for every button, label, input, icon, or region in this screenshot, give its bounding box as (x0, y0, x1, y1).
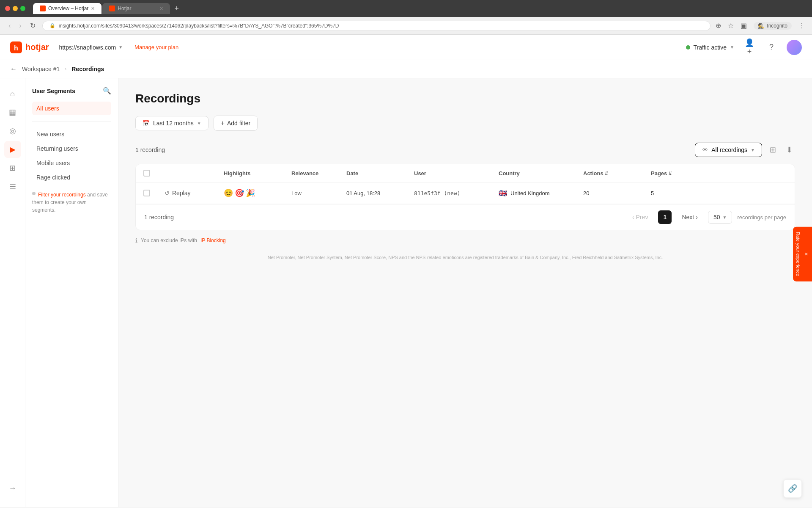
help-button[interactable]: ? (765, 41, 778, 54)
download-button[interactable]: ⬇ (784, 143, 795, 157)
sidebar-search-button[interactable]: 🔍 (103, 87, 111, 95)
row-country: 🇬🇧 United Kingdom (492, 189, 576, 197)
date-filter-button[interactable]: 📅 Last 12 months ▼ (135, 116, 208, 130)
minimize-dot[interactable] (13, 6, 18, 11)
tab-groups-button[interactable]: ▣ (741, 22, 747, 30)
row-pages-count: 5 (644, 189, 703, 197)
breadcrumb-separator: › (65, 66, 66, 72)
rate-experience-tab[interactable]: ✕ Rate your experience (793, 227, 812, 282)
hotjar-logo[interactable]: h hotjar (10, 41, 49, 53)
sidebar-item-mobile-users[interactable]: Mobile users (32, 156, 111, 170)
svg-text:h: h (14, 44, 18, 52)
tab1-close[interactable]: ✕ (91, 6, 95, 11)
maximize-dot[interactable] (20, 6, 25, 11)
content-area: Recordings 📅 Last 12 months ▼ + Add filt… (118, 78, 812, 507)
browser-chrome: Overview – Hotjar ✕ Hotjar ✕ + (0, 0, 812, 17)
per-page-value: 50 (713, 214, 720, 221)
close-dot[interactable] (5, 6, 10, 11)
address-bar[interactable]: 🔒 insights.hotjar.com/sites/3090413/work… (42, 21, 711, 31)
nav-home[interactable]: ⌂ (4, 85, 21, 102)
copy-link-button[interactable]: 🔗 (783, 479, 802, 498)
bookmark-button[interactable]: ☆ (728, 22, 734, 30)
filter-link[interactable]: Filter your recordings (38, 192, 86, 198)
plus-icon: + (221, 119, 225, 127)
ip-blocking-link[interactable]: IP Blocking (200, 237, 226, 243)
new-tab-button[interactable]: + (171, 3, 182, 14)
add-user-button[interactable]: 👤+ (743, 41, 756, 54)
address-actions: ⊕ ☆ ▣ 🕵 Incognito ⋮ (716, 22, 805, 30)
header-right: Traffic active ▼ 👤+ ? (686, 40, 802, 55)
nav-surveys[interactable]: ☰ (4, 178, 21, 195)
footer-count: 1 recording (144, 214, 174, 221)
sidebar-hint-dot (32, 192, 36, 195)
sidebar: User Segments 🔍 All users New users Retu… (25, 78, 118, 507)
add-filter-button[interactable]: + Add filter (214, 116, 258, 131)
table-view-button[interactable]: ⊞ (767, 143, 779, 157)
nav-dashboard[interactable]: ▦ (4, 104, 21, 121)
breadcrumb-bar: ← Workspace #1 › Recordings (0, 60, 812, 78)
menu-button[interactable]: ⋮ (798, 22, 805, 30)
nav-heatmaps[interactable]: ⊞ (4, 160, 21, 177)
back-button-breadcrumb[interactable]: ← (10, 65, 17, 73)
select-all-checkbox[interactable] (143, 170, 150, 177)
extensions-button[interactable]: ⊕ (716, 22, 721, 30)
back-button[interactable]: ‹ (7, 20, 12, 31)
all-recordings-dropdown[interactable]: 👁 All recordings ▼ (695, 143, 762, 157)
relevance-value: Low (291, 190, 302, 196)
pages-value: 5 (651, 190, 654, 196)
sidebar-divider (32, 121, 111, 121)
per-page-dropdown-icon: ▼ (722, 215, 727, 220)
country-flag: 🇬🇧 (499, 189, 507, 197)
all-recordings-dropdown-icon: ▼ (751, 148, 755, 152)
traffic-active-status[interactable]: Traffic active ▼ (686, 44, 735, 51)
prev-button[interactable]: ‹ Prev (627, 211, 653, 223)
col-country-header: Country (492, 169, 576, 177)
rate-close-icon[interactable]: ✕ (804, 251, 809, 257)
info-icon: ℹ (135, 237, 137, 244)
manage-plan-link[interactable]: Manage your plan (134, 44, 178, 50)
breadcrumb-workspace[interactable]: Workspace #1 (22, 66, 60, 72)
actions-value: 20 (583, 190, 589, 196)
site-url-text: https://snapflows.com (59, 44, 116, 51)
nav-bottom: → (4, 480, 21, 500)
user-avatar[interactable] (787, 40, 802, 55)
tab-active[interactable]: Overview – Hotjar ✕ (33, 3, 102, 14)
sidebar-item-new-users[interactable]: New users (32, 127, 111, 141)
sidebar-hint: Filter your recordings and save them to … (32, 191, 111, 214)
per-page-select[interactable]: 50 ▼ (708, 211, 732, 224)
reload-button[interactable]: ↻ (28, 20, 37, 31)
tab2-title: Hotjar (118, 6, 131, 11)
footer-text: Net Promoter, Net Promoter System, Net P… (135, 254, 795, 262)
row-checkbox[interactable] (143, 190, 150, 196)
footer-trademark-text: Net Promoter, Net Promoter System, Net P… (268, 255, 663, 260)
next-button[interactable]: Next › (677, 211, 702, 223)
sidebar-item-returning-users[interactable]: Returning users (32, 142, 111, 155)
logo-icon: h (10, 41, 22, 53)
row-actions-count: 20 (576, 189, 644, 197)
replay-button[interactable]: ↺ Replay (165, 190, 191, 196)
traffic-dropdown-icon: ▼ (730, 45, 734, 50)
sidebar-item-rage-clicked[interactable]: Rage clicked (32, 171, 111, 184)
filters-row: 📅 Last 12 months ▼ + Add filter (135, 116, 795, 131)
calendar-icon: 📅 (143, 120, 150, 127)
nav-target[interactable]: ◎ (4, 122, 21, 139)
table-footer: 1 recording ‹ Prev 1 Next › 50 ▼ (136, 204, 795, 230)
table-head: Highlights Relevance Date User Country A… (136, 164, 795, 182)
col-check-header (136, 170, 158, 177)
site-url-dropdown-icon[interactable]: ▼ (118, 45, 123, 50)
exclude-note: ℹ You can exclude IPs with IP Blocking (135, 237, 795, 244)
sidebar-item-all-users[interactable]: All users (32, 102, 111, 115)
col-date-header: Date (340, 169, 407, 177)
tab2-close[interactable]: ✕ (159, 6, 163, 11)
row-date: 01 Aug, 18:28 (340, 189, 407, 197)
nav-recordings[interactable]: ▶ (4, 141, 21, 158)
url-text: insights.hotjar.com/sites/3090413/worksp… (59, 23, 339, 29)
pages-col-label: Pages # (651, 170, 672, 177)
highlight-emoji-3: 🎉 (246, 188, 255, 198)
logo-text: hotjar (25, 42, 49, 52)
col-relevance-header: Relevance (285, 169, 340, 177)
address-bar-row: ‹ › ↻ 🔒 insights.hotjar.com/sites/309041… (0, 17, 812, 35)
nav-collapse[interactable]: → (4, 480, 21, 497)
tab-inactive[interactable]: Hotjar ✕ (102, 3, 170, 14)
forward-button[interactable]: › (17, 20, 23, 31)
